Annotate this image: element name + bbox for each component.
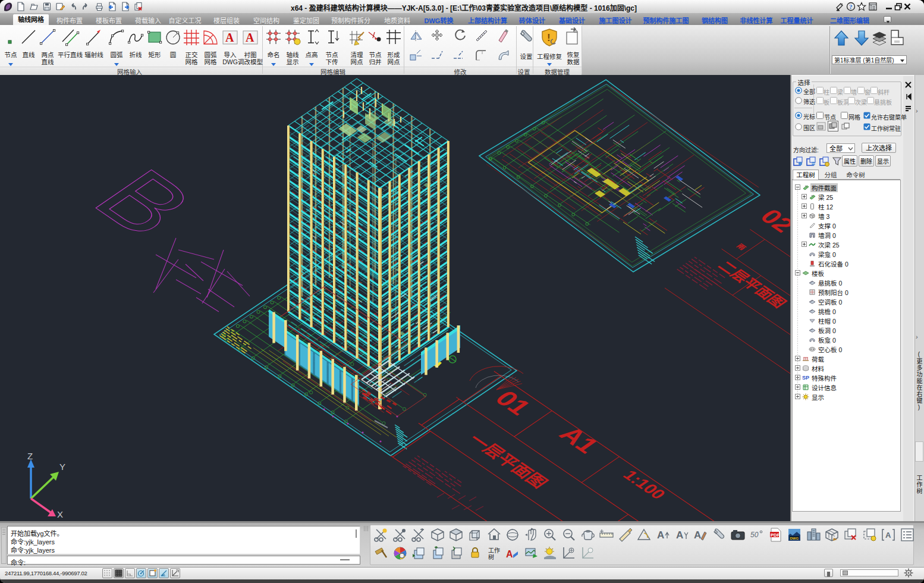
svg-text:Y: Y bbox=[59, 462, 65, 472]
svg-text:50: 50 bbox=[750, 531, 759, 539]
svg-text:A: A bbox=[225, 31, 234, 44]
svg-text:A: A bbox=[657, 529, 664, 541]
svg-text:!: ! bbox=[547, 32, 551, 43]
svg-text:树: 树 bbox=[488, 553, 494, 560]
svg-text:SP: SP bbox=[802, 375, 809, 381]
svg-text:X: X bbox=[57, 509, 63, 519]
svg-text:A: A bbox=[676, 529, 683, 541]
svg-text:PDF: PDF bbox=[771, 532, 780, 538]
svg-text:Z: Z bbox=[27, 451, 33, 461]
svg-text:?: ? bbox=[849, 3, 853, 10]
svg-text:A: A bbox=[885, 531, 891, 540]
svg-text:A: A bbox=[694, 529, 701, 541]
svg-text:工作: 工作 bbox=[488, 547, 500, 554]
svg-text:DWG: DWG bbox=[790, 537, 799, 540]
svg-text:A: A bbox=[506, 549, 513, 559]
svg-text:A: A bbox=[246, 31, 254, 44]
